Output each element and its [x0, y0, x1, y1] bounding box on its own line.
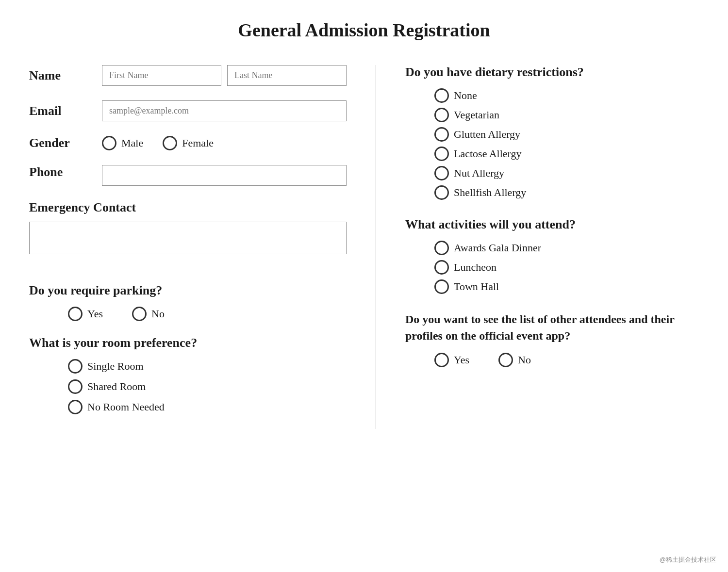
parking-no[interactable]: No — [132, 307, 165, 321]
name-field-row: Name — [29, 65, 347, 86]
room-shared[interactable]: Shared Room — [68, 379, 347, 394]
gender-female-label: Female — [182, 137, 214, 149]
dietary-lactose[interactable]: Lactose Allergy — [434, 147, 699, 161]
dietary-shellfish-radio[interactable] — [434, 185, 449, 200]
gender-options: Male Female — [102, 136, 347, 150]
activities-options: Awards Gala Dinner Luncheon Town Hall — [405, 241, 699, 294]
dietary-question: Do you have dietary restrictions? — [405, 65, 699, 80]
dietary-lactose-radio[interactable] — [434, 147, 449, 161]
parking-options: Yes No — [29, 307, 347, 321]
dietary-shellfish[interactable]: Shellfish Allergy — [434, 185, 699, 200]
phone-label: Phone — [29, 165, 92, 180]
attendees-options: Yes No — [405, 353, 699, 367]
dietary-none-radio[interactable] — [434, 88, 449, 103]
page-container: General Admission Registration Name Emai… — [0, 0, 728, 572]
page-title: General Admission Registration — [29, 19, 699, 41]
room-single[interactable]: Single Room — [68, 359, 347, 374]
activities-question: What activities will you attend? — [405, 217, 699, 232]
gender-male-radio[interactable] — [102, 136, 116, 150]
watermark: @稀土掘金技术社区 — [660, 556, 716, 564]
emergency-label: Emergency Contact — [29, 200, 347, 215]
dietary-gluten-radio[interactable] — [434, 127, 449, 142]
activity-luncheon-label: Luncheon — [454, 261, 496, 274]
name-inputs — [102, 65, 347, 86]
email-field-row: Email — [29, 100, 347, 121]
parking-no-radio[interactable] — [132, 307, 147, 321]
dietary-gluten-label: Glutten Allergy — [454, 128, 520, 141]
room-question: What is your room preference? — [29, 336, 347, 350]
dietary-none-label: None — [454, 89, 477, 102]
parking-yes[interactable]: Yes — [68, 307, 103, 321]
attendees-yes[interactable]: Yes — [434, 353, 469, 367]
gender-label: Gender — [29, 136, 92, 150]
parking-no-label: No — [151, 308, 165, 320]
dietary-gluten[interactable]: Glutten Allergy — [434, 127, 699, 142]
activity-townhall-radio[interactable] — [434, 279, 449, 294]
room-none[interactable]: No Room Needed — [68, 400, 347, 414]
activity-gala[interactable]: Awards Gala Dinner — [434, 241, 699, 255]
dietary-nut-radio[interactable] — [434, 166, 449, 180]
activity-gala-label: Awards Gala Dinner — [454, 242, 541, 254]
room-single-label: Single Room — [87, 360, 144, 373]
email-inputs — [102, 100, 347, 121]
room-shared-radio[interactable] — [68, 379, 83, 394]
dietary-shellfish-label: Shellfish Allergy — [454, 186, 526, 199]
activity-luncheon-radio[interactable] — [434, 260, 449, 275]
dietary-lactose-label: Lactose Allergy — [454, 147, 522, 160]
email-label: Email — [29, 104, 92, 118]
dietary-vegetarian-label: Vegetarian — [454, 109, 499, 121]
attendees-no[interactable]: No — [498, 353, 531, 367]
activity-gala-radio[interactable] — [434, 241, 449, 255]
parking-yes-radio[interactable] — [68, 307, 83, 321]
attendees-yes-radio[interactable] — [434, 353, 449, 367]
phone-input[interactable] — [102, 165, 347, 186]
parking-question: Do you require parking? — [29, 283, 347, 298]
room-shared-label: Shared Room — [87, 380, 146, 393]
gender-male[interactable]: Male — [102, 136, 143, 150]
name-label: Name — [29, 68, 92, 83]
dietary-options: None Vegetarian Glutten Allergy Lactose … — [405, 88, 699, 200]
attendees-question: Do you want to see the list of other att… — [405, 311, 699, 344]
left-column: Name Email Gender Male — [29, 65, 376, 429]
last-name-input[interactable] — [227, 65, 347, 86]
activities-section: What activities will you attend? Awards … — [405, 217, 699, 294]
room-single-radio[interactable] — [68, 359, 83, 374]
attendees-yes-label: Yes — [454, 354, 469, 366]
parking-section: Do you require parking? Yes No — [29, 283, 347, 321]
room-section: What is your room preference? Single Roo… — [29, 336, 347, 414]
gender-female-radio[interactable] — [163, 136, 177, 150]
attendees-no-label: No — [518, 354, 531, 366]
gender-field-row: Gender Male Female — [29, 136, 347, 150]
email-input[interactable] — [102, 100, 347, 121]
activity-luncheon[interactable]: Luncheon — [434, 260, 699, 275]
room-none-label: No Room Needed — [87, 401, 165, 413]
room-options: Single Room Shared Room No Room Needed — [29, 359, 347, 414]
dietary-vegetarian-radio[interactable] — [434, 108, 449, 122]
parking-yes-label: Yes — [87, 308, 103, 320]
first-name-input[interactable] — [102, 65, 221, 86]
dietary-none[interactable]: None — [434, 88, 699, 103]
room-none-radio[interactable] — [68, 400, 83, 414]
gender-male-label: Male — [121, 137, 143, 149]
gender-female[interactable]: Female — [163, 136, 214, 150]
dietary-section: Do you have dietary restrictions? None V… — [405, 65, 699, 200]
phone-field-row: Phone — [29, 165, 347, 186]
activity-townhall-label: Town Hall — [454, 280, 499, 293]
emergency-section: Emergency Contact — [29, 200, 347, 269]
form-layout: Name Email Gender Male — [29, 65, 699, 429]
dietary-vegetarian[interactable]: Vegetarian — [434, 108, 699, 122]
activity-townhall[interactable]: Town Hall — [434, 279, 699, 294]
right-column: Do you have dietary restrictions? None V… — [376, 65, 699, 429]
attendees-section: Do you want to see the list of other att… — [405, 311, 699, 367]
dietary-nut[interactable]: Nut Allergy — [434, 166, 699, 180]
attendees-no-radio[interactable] — [498, 353, 513, 367]
dietary-nut-label: Nut Allergy — [454, 167, 504, 180]
phone-inputs — [102, 165, 347, 186]
emergency-input[interactable] — [29, 222, 347, 254]
